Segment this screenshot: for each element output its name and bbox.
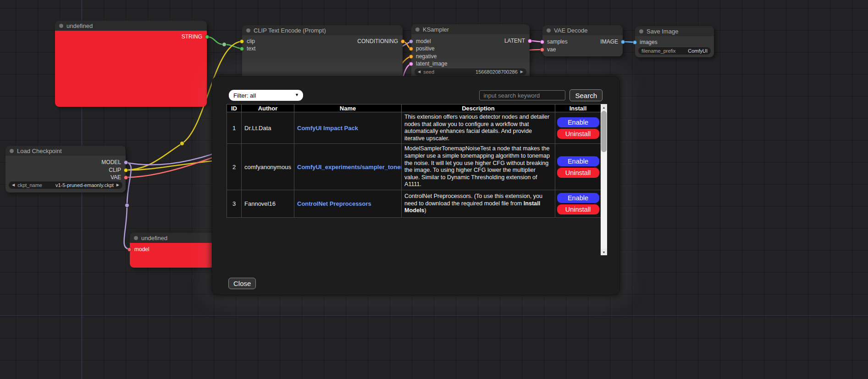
port-dot[interactable]	[540, 40, 544, 44]
port-dot[interactable]	[205, 35, 209, 39]
port-label: samples	[547, 38, 568, 45]
scrollbar-thumb[interactable]	[601, 111, 607, 152]
node-title-bar[interactable]: undefined	[55, 21, 207, 31]
output-port-latent[interactable]: LATENT	[504, 38, 532, 44]
cell-install: Enable Uninstall	[555, 144, 601, 190]
node-title-bar[interactable]: Load Checkpoint	[6, 146, 126, 156]
cell-name: ControlNet Preprocessors	[294, 190, 402, 217]
scrollbar-down-icon[interactable]: ▼	[601, 249, 607, 255]
output-port-clip[interactable]: CLIP	[109, 167, 128, 173]
node-title-bar[interactable]: CLIP Text Encode (Prompt)	[242, 25, 403, 35]
cell-author: Fannovel16	[242, 190, 294, 217]
port-label: images	[640, 39, 658, 45]
port-label: model	[134, 246, 149, 253]
output-port-image[interactable]: IMAGE	[600, 39, 625, 44]
search-input[interactable]	[479, 90, 565, 100]
output-port-string[interactable]: STRING	[182, 34, 209, 39]
ckpt-name-widget[interactable]: ◀ ckpt_name v1-5-pruned-emaonly.ckpt ▶	[9, 181, 122, 189]
widget-left-arrow-icon[interactable]: ◀	[418, 70, 420, 74]
uninstall-button[interactable]: Uninstall	[557, 129, 599, 139]
enable-button[interactable]: Enable	[557, 117, 599, 127]
node-vae-decode[interactable]: VAE Decode samples vae IMAGE	[542, 25, 623, 56]
collapse-dot-icon[interactable]	[639, 29, 643, 33]
widget-right-arrow-icon[interactable]: ▶	[520, 70, 523, 74]
output-port-conditioning[interactable]: CONDITIONING	[357, 38, 405, 44]
extension-link[interactable]: ControlNet Preprocessors	[297, 200, 371, 207]
port-dot[interactable]	[409, 62, 413, 66]
enable-button[interactable]: Enable	[557, 193, 599, 203]
extension-row-2: 2 comfyanonymous ComfyUI_experiments/sam…	[227, 144, 601, 190]
node-undefined-top[interactable]: undefined STRING	[55, 21, 207, 107]
input-port-samples[interactable]: samples	[540, 39, 568, 44]
search-button[interactable]: Search	[569, 89, 603, 101]
input-port-positive[interactable]: positive	[409, 46, 435, 51]
extension-link[interactable]: ComfyUI_experiments/sampler_tonemap	[297, 164, 402, 170]
port-dot[interactable]	[401, 39, 405, 44]
header-description: Description	[402, 104, 555, 112]
port-label: text	[247, 45, 255, 52]
port-dot[interactable]	[124, 168, 128, 172]
extension-link[interactable]: ComfyUI Impact Pack	[297, 125, 358, 132]
input-port-text[interactable]: text	[240, 46, 255, 51]
port-dot[interactable]	[127, 247, 132, 252]
uninstall-button[interactable]: Uninstall	[557, 204, 599, 214]
port-dot[interactable]	[240, 39, 244, 44]
port-label: CLIP	[109, 167, 121, 173]
output-port-model[interactable]: MODEL	[101, 159, 128, 165]
node-title: Save Image	[647, 28, 678, 35]
port-dot[interactable]	[409, 39, 413, 44]
widget-left-arrow-icon[interactable]: ◀	[12, 183, 15, 187]
node-title-bar[interactable]: undefined	[130, 233, 215, 243]
close-button[interactable]: Close	[228, 278, 256, 289]
enable-button[interactable]: Enable	[557, 156, 599, 166]
collapse-dot-icon[interactable]	[415, 27, 420, 32]
port-dot[interactable]	[409, 55, 413, 59]
port-dot[interactable]	[409, 47, 413, 51]
canvas-axis-horizontal	[0, 315, 868, 316]
port-dot[interactable]	[621, 40, 625, 44]
widget-value: 156680208700286	[475, 69, 518, 75]
seed-widget[interactable]: ◀ seed 156680208700286 ▶	[415, 68, 526, 76]
table-scrollbar[interactable]: ▲ ▼	[601, 104, 607, 255]
collapse-dot-icon[interactable]	[10, 149, 14, 153]
input-port-clip[interactable]: clip	[240, 38, 255, 44]
input-port-model[interactable]: model	[409, 38, 431, 44]
node-title-bar[interactable]: VAE Decode	[542, 25, 623, 35]
input-port-model[interactable]: model	[127, 247, 149, 252]
node-undefined-bottom[interactable]: undefined model	[130, 233, 215, 268]
cell-description: ModelSamplerTonemapNoiseTest a node that…	[402, 144, 555, 190]
filter-select[interactable]: Filter: all	[229, 90, 303, 101]
uninstall-button[interactable]: Uninstall	[557, 168, 599, 178]
port-dot[interactable]	[540, 48, 544, 52]
input-port-vae[interactable]: vae	[540, 47, 556, 52]
link-midpoint-dot	[222, 43, 227, 47]
port-label: IMAGE	[600, 38, 618, 45]
description-text: ControlNet Preprocessors. (To use this e…	[404, 193, 542, 207]
input-port-negative[interactable]: negative	[409, 54, 437, 59]
node-title-bar[interactable]: Save Image	[635, 26, 714, 36]
collapse-dot-icon[interactable]	[547, 28, 551, 33]
port-dot[interactable]	[124, 160, 128, 165]
input-port-latent-image[interactable]: latent_image	[409, 61, 448, 66]
node-title-bar[interactable]: KSampler	[411, 24, 530, 34]
widget-name: seed	[423, 69, 434, 75]
collapse-dot-icon[interactable]	[59, 24, 63, 28]
port-dot[interactable]	[528, 39, 532, 43]
widget-value: v1-5-pruned-emaonly.ckpt	[55, 182, 114, 188]
filename-prefix-widget[interactable]: filename_prefix ComfyUI	[638, 47, 711, 55]
collapse-dot-icon[interactable]	[134, 236, 138, 240]
node-load-checkpoint[interactable]: Load Checkpoint MODEL CLIP VAE ◀ ckpt_na…	[6, 146, 126, 192]
output-port-vae[interactable]: VAE	[111, 175, 128, 180]
widget-right-arrow-icon[interactable]: ▶	[116, 183, 119, 187]
input-port-images[interactable]: images	[633, 39, 658, 45]
scrollbar-up-icon[interactable]: ▲	[601, 104, 607, 110]
node-save-image[interactable]: Save Image images filename_prefix ComfyU…	[635, 26, 714, 57]
node-body: model	[130, 243, 215, 268]
header-install: Install	[555, 104, 601, 112]
port-label: clip	[247, 38, 255, 44]
port-dot[interactable]	[240, 47, 244, 51]
port-dot[interactable]	[124, 176, 128, 180]
port-label: STRING	[182, 33, 202, 40]
collapse-dot-icon[interactable]	[246, 28, 250, 33]
port-dot[interactable]	[633, 40, 637, 44]
